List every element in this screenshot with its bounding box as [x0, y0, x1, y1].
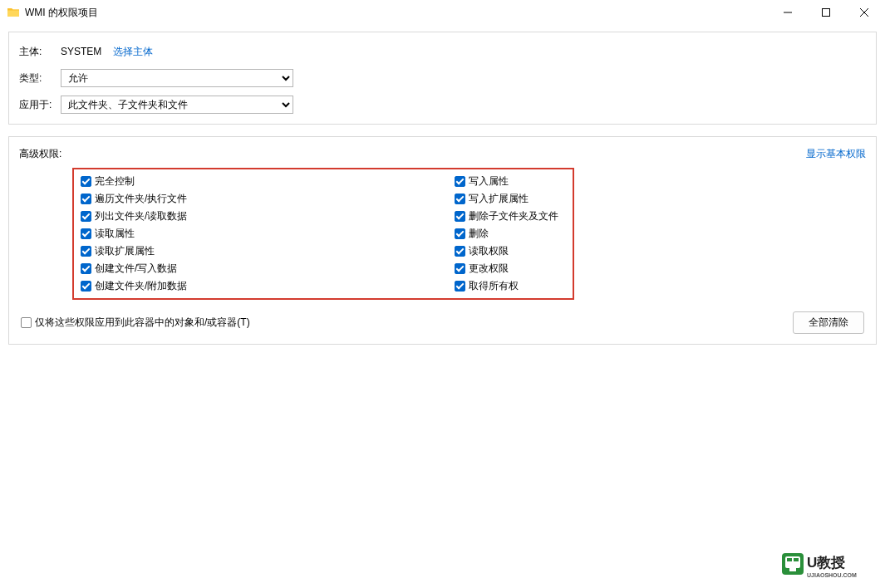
permission-item: 遍历文件夹/执行文件 [81, 192, 455, 206]
permissions-column-right: 写入属性写入扩展属性删除子文件夹及文件删除读取权限更改权限取得所有权 [455, 174, 558, 293]
permission-label: 写入属性 [469, 174, 509, 189]
svg-text:UJIAOSHOU.COM: UJIAOSHOU.COM [807, 572, 857, 578]
permission-label: 读取属性 [95, 227, 135, 241]
permission-checkbox[interactable] [455, 281, 465, 292]
advanced-permissions-panel: 高级权限: 显示基本权限 完全控制遍历文件夹/执行文件列出文件夹/读取数据读取属… [8, 136, 877, 345]
permission-label: 列出文件夹/读取数据 [95, 209, 187, 223]
permission-item: 删除子文件夹及文件 [455, 209, 558, 223]
permission-item: 删除 [455, 227, 558, 241]
permission-label: 删除 [469, 227, 489, 241]
type-label: 类型: [19, 71, 61, 86]
permission-item: 写入扩展属性 [455, 192, 558, 206]
folder-icon [7, 6, 20, 19]
permission-item: 写入属性 [455, 174, 558, 189]
permission-label: 读取扩展属性 [95, 244, 155, 258]
permission-label: 创建文件夹/附加数据 [95, 279, 187, 293]
applies-to-label: 应用于: [19, 98, 61, 112]
window-controls [769, 0, 883, 25]
permission-checkbox[interactable] [81, 246, 91, 257]
permission-label: 读取权限 [469, 244, 509, 258]
permission-item: 更改权限 [455, 262, 558, 276]
permission-checkbox[interactable] [455, 228, 465, 239]
permission-checkbox[interactable] [81, 194, 91, 204]
maximize-button[interactable] [807, 0, 845, 25]
permission-label: 更改权限 [469, 262, 509, 276]
select-principal-link[interactable]: 选择主体 [113, 45, 153, 59]
permission-checkbox[interactable] [81, 263, 91, 274]
svg-rect-0 [823, 9, 830, 17]
permission-checkbox[interactable] [81, 281, 91, 292]
svg-rect-4 [794, 558, 799, 561]
principal-label: 主体: [19, 45, 61, 59]
applies-to-select[interactable]: 此文件夹、子文件夹和文件 [61, 96, 293, 114]
type-select[interactable]: 允许 [61, 69, 293, 87]
permission-label: 取得所有权 [469, 279, 519, 293]
permissions-highlight-box: 完全控制遍历文件夹/执行文件列出文件夹/读取数据读取属性读取扩展属性创建文件/写… [72, 168, 574, 300]
permission-item: 读取扩展属性 [81, 244, 455, 258]
apply-only-checkbox[interactable] [21, 317, 32, 328]
permission-label: 删除子文件夹及文件 [469, 209, 558, 223]
permission-item: 读取属性 [81, 227, 455, 241]
permission-checkbox[interactable] [81, 211, 91, 222]
permission-label: 创建文件/写入数据 [95, 262, 177, 276]
permission-item: 创建文件/写入数据 [81, 262, 455, 276]
advanced-permissions-label: 高级权限: [19, 147, 61, 161]
close-button[interactable] [845, 0, 883, 25]
svg-text:U教授: U教授 [807, 555, 845, 571]
watermark: U教授 UJIAOSHOU.COM [782, 550, 880, 583]
content: 主体: SYSTEM 选择主体 类型: 允许 应用于: 此文件夹、子文件夹和文件… [0, 25, 885, 363]
svg-rect-5 [789, 568, 796, 571]
svg-rect-3 [787, 558, 792, 561]
permission-item: 完全控制 [81, 174, 455, 189]
clear-all-button[interactable]: 全部清除 [793, 311, 864, 334]
permission-checkbox[interactable] [455, 176, 465, 187]
permission-checkbox[interactable] [81, 228, 91, 239]
show-basic-permissions-link[interactable]: 显示基本权限 [806, 147, 866, 161]
permission-checkbox[interactable] [81, 176, 91, 187]
permission-checkbox[interactable] [455, 246, 465, 257]
permission-item: 读取权限 [455, 244, 558, 258]
permission-label: 写入扩展属性 [469, 192, 529, 206]
permissions-column-left: 完全控制遍历文件夹/执行文件列出文件夹/读取数据读取属性读取扩展属性创建文件/写… [81, 174, 455, 293]
apply-only-label[interactable]: 仅将这些权限应用到此容器中的对象和/或容器(T) [35, 316, 250, 330]
permission-checkbox[interactable] [455, 263, 465, 274]
principal-value: SYSTEM [61, 46, 101, 57]
minimize-button[interactable] [769, 0, 807, 25]
principal-panel: 主体: SYSTEM 选择主体 类型: 允许 应用于: 此文件夹、子文件夹和文件 [8, 32, 877, 125]
permission-label: 遍历文件夹/执行文件 [95, 192, 187, 206]
permission-label: 完全控制 [95, 174, 135, 189]
titlebar: WMI 的权限项目 [0, 0, 885, 25]
permission-item: 取得所有权 [455, 279, 558, 293]
permission-checkbox[interactable] [455, 211, 465, 222]
window-title: WMI 的权限项目 [25, 6, 98, 20]
permission-item: 列出文件夹/读取数据 [81, 209, 455, 223]
permission-checkbox[interactable] [455, 194, 465, 204]
permission-item: 创建文件夹/附加数据 [81, 279, 455, 293]
